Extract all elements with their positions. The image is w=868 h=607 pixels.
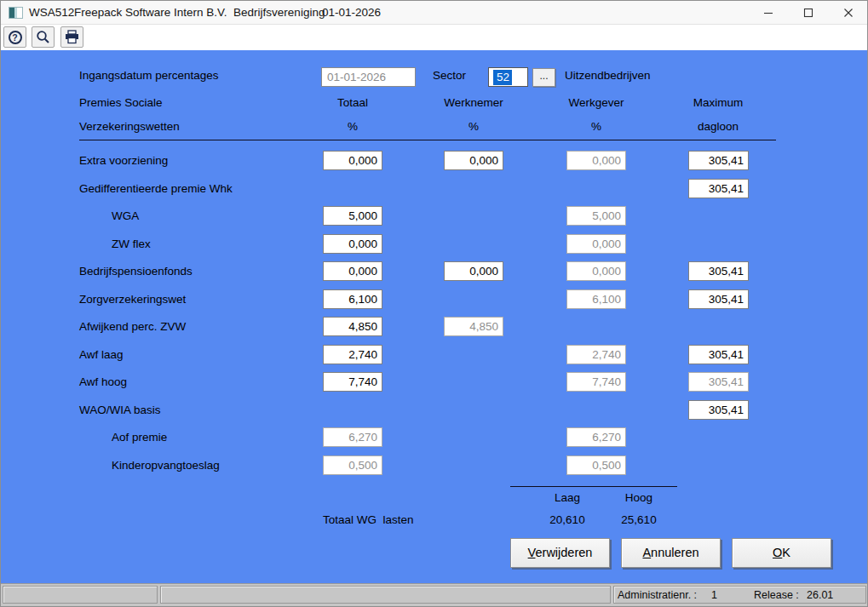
premium-row-afwijkend-perc-zvw: Afwijkend perc. ZVW [79,317,756,345]
header-werknemer-pct: % [444,120,503,133]
totals-laag-value: 20,610 [536,513,599,526]
premium-row-wga: WGA [79,206,756,234]
toolbar: ? [1,25,867,50]
totals-hoog-header: Hoog [607,491,670,504]
extra-voorziening-werkgever-field [566,151,626,170]
help-button[interactable]: ? [3,26,26,48]
administratienr-value: 1 [711,589,717,601]
wga-werkgever-field [566,206,626,226]
ingangsdatum-label: Ingangsdatum percentages [79,69,219,82]
kinderopvangtoeslag-werkgever-field [566,455,626,475]
totals-laag-header: Laag [536,491,599,504]
maximize-button[interactable] [788,1,828,25]
aof-premie-totaal-field [323,427,382,447]
aof-premie-label: Aof premie [112,431,167,444]
bedrijfspensioenfonds-totaal-field[interactable] [323,261,382,281]
sector-field[interactable]: 52 [488,67,528,87]
verwijderen-button[interactable]: Verwijderen [510,538,610,568]
kinderopvangtoeslag-totaal-field [323,455,382,475]
gedifferentieerde-premie-whk-maximum-field[interactable] [688,179,749,198]
bedrijfspensioenfonds-werkgever-field [566,261,626,281]
afwijkend-perc-zvw-label: Afwijkend perc. ZVW [79,320,186,333]
annuleren-button[interactable]: Annuleren [621,538,721,568]
extra-voorziening-maximum-field[interactable] [688,151,749,170]
search-button[interactable] [32,26,55,48]
awf-hoog-maximum-field [688,372,749,392]
print-button[interactable] [60,26,83,48]
ok-button[interactable]: OK [732,538,831,568]
totals-row-label: Totaal WG lasten [323,513,414,526]
zw-flex-totaal-field[interactable] [323,234,382,254]
header-werkgever-pct: % [566,120,626,133]
awf-hoog-totaal-field[interactable] [323,372,382,392]
premium-row-kinderopvangtoeslag: Kinderopvangtoeslag [79,455,756,484]
search-icon [36,30,50,44]
status-panel-middle [160,586,611,604]
minimize-button[interactable] [748,1,788,25]
administratienr-label: Administratienr. : [618,589,697,601]
wga-totaal-field[interactable] [323,206,382,226]
extra-voorziening-werknemer-field[interactable] [444,151,503,170]
sector-value: 52 [493,70,512,85]
sector-browse-button[interactable]: ... [532,68,555,87]
extra-voorziening-label: Extra voorziening [79,154,168,167]
wao-wia-basis-label: WAO/WIA basis [79,404,161,416]
totals-hoog-value: 25,610 [607,513,670,526]
afwijkend-perc-zvw-werknemer-field [444,317,503,336]
title-bar: WSA512 Freepack Software Intern B.V. Bed… [1,1,867,25]
premium-row-gedifferentieerde-premie-whk: Gedifferentieerde premie Whk [79,179,756,207]
header-premies-sociale: Premies Sociale [79,96,163,109]
totals-divider [510,486,677,487]
awf-hoog-werkgever-field [566,372,626,392]
status-panel-right: Administratienr. : 1 Release : 26.01 [613,586,866,604]
kinderopvangtoeslag-label: Kinderopvangtoeslag [112,459,220,472]
extra-voorziening-totaal-field[interactable] [323,151,382,170]
zw-flex-werkgever-field [566,234,626,254]
wao-wia-basis-maximum-field[interactable] [688,400,749,420]
gedifferentieerde-premie-whk-label: Gedifferentieerde premie Whk [79,182,233,195]
zorgverzekeringswet-totaal-field[interactable] [323,289,382,309]
ingangsdatum-field [321,67,416,87]
awf-laag-totaal-field[interactable] [323,345,382,364]
header-maximum: Maximum [686,96,750,109]
premium-rows: Extra voorzieningGedifferentieerde premi… [79,151,756,483]
zorgverzekeringswet-werkgever-field [566,289,626,309]
wga-label: WGA [112,209,139,222]
awf-laag-maximum-field[interactable] [688,345,749,364]
premium-row-extra-voorziening: Extra voorziening [79,151,756,179]
premium-row-zorgverzekeringswet: Zorgverzekeringswet [79,289,756,318]
premium-row-awf-laag: Awf laag [79,345,756,373]
awf-hoog-label: Awf hoog [79,375,127,388]
close-button[interactable] [828,1,868,25]
premium-row-zw-flex: ZW flex [79,234,756,262]
minimize-icon [763,8,773,18]
zorgverzekeringswet-label: Zorgverzekeringswet [79,293,186,306]
header-totaal: Totaal [323,96,382,109]
aof-premie-werkgever-field [566,427,626,447]
awf-laag-label: Awf laag [79,348,124,361]
window-title-app: WSA512 [29,6,74,19]
premium-row-bedrijfspensioenfonds: Bedrijfspensioenfonds [79,261,756,289]
maximize-icon [803,8,813,18]
header-dagloon: dagloon [686,120,750,133]
header-werkgever: Werkgever [554,96,639,109]
bedrijfspensioenfonds-label: Bedrijfspensioenfonds [79,265,193,278]
print-icon [64,30,80,44]
premium-row-wao-wia-basis: WAO/WIA basis [79,400,756,428]
sector-label: Sector [433,69,466,82]
header-werknemer: Werknemer [431,96,516,109]
bedrijfspensioenfonds-werknemer-field[interactable] [444,261,503,281]
afwijkend-perc-zvw-totaal-field[interactable] [323,317,382,336]
status-bar: Administratienr. : 1 Release : 26.01 [1,583,867,606]
application-window: WSA512 Freepack Software Intern B.V. Bed… [0,0,868,607]
close-icon [843,8,854,18]
bedrijfspensioenfonds-maximum-field[interactable] [688,261,749,281]
release-label: Release : [754,589,799,601]
header-totaal-pct: % [323,120,382,133]
header-verzekeringswetten: Verzekeringswetten [79,120,180,133]
zorgverzekeringswet-maximum-field[interactable] [688,289,749,309]
release-value: 26.01 [807,589,833,601]
premium-row-aof-premie: Aof premie [79,427,756,455]
window-title-company: Freepack Software Intern B.V. Bedrijfsve… [74,6,325,19]
help-icon: ? [9,31,22,44]
